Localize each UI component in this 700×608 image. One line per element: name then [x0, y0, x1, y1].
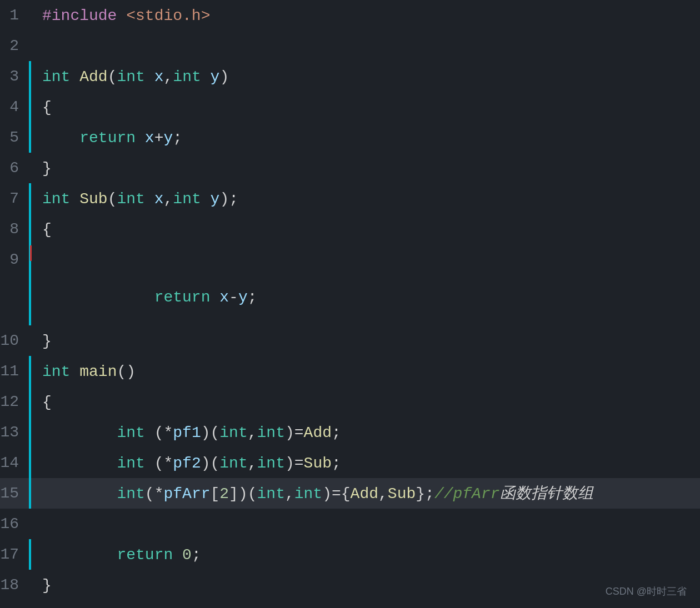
line-content-4: {	[31, 92, 700, 122]
code-line-2: 2	[0, 31, 700, 61]
watermark: CSDN @时时三省	[606, 585, 687, 598]
line-number-7: 7	[0, 183, 29, 214]
code-container: 1 #include <stdio.h> 2 3 int Add(int x,i…	[0, 0, 700, 608]
line-content-6: }	[31, 153, 700, 183]
line-content-5: return x+y;	[31, 122, 700, 153]
code-line-7: 7 int Sub(int x,int y);	[0, 183, 700, 214]
line-number-17: 17	[0, 539, 29, 570]
code-line-3: 3 int Add(int x,int y)	[0, 61, 700, 92]
line-number-10: 10	[0, 325, 29, 356]
line-number-13: 13	[0, 417, 29, 448]
line-content-10: }	[31, 325, 700, 356]
code-line-5: 5 return x+y;	[0, 122, 700, 153]
line-content-11: int main()	[31, 356, 700, 386]
line-number-14: 14	[0, 448, 29, 478]
code-line-9: 9 return x-y;	[0, 244, 700, 325]
line-content-17: return 0;	[31, 539, 700, 570]
line-content-12: {	[31, 386, 700, 417]
line-number-1: 1	[0, 0, 29, 31]
line-number-3: 3	[0, 61, 29, 92]
code-editor: 1 #include <stdio.h> 2 3 int Add(int x,i…	[0, 0, 700, 608]
line-content-9: return x-y;	[31, 244, 700, 325]
line-content-15: int(*pfArr[2])(int,int)={Add,Sub};//pfAr…	[31, 478, 700, 509]
code-line-4: 4 {	[0, 92, 700, 122]
line-number-4: 4	[0, 92, 29, 122]
line-number-16: 16	[0, 509, 29, 539]
code-line-18: 18 }	[0, 570, 700, 600]
line-content-13: int (*pf1)(int,int)=Add;	[31, 417, 700, 448]
code-line-12: 12 {	[0, 386, 700, 417]
code-line-15: 15 int(*pfArr[2])(int,int)={Add,Sub};//p…	[0, 478, 700, 509]
line-content-16	[31, 509, 700, 539]
code-line-13: 13 int (*pf1)(int,int)=Add;	[0, 417, 700, 448]
code-line-16: 16	[0, 509, 700, 539]
line-number-12: 12	[0, 386, 29, 417]
line-content-1: #include <stdio.h>	[31, 0, 700, 31]
code-line-10: 10 }	[0, 325, 700, 356]
line-number-5: 5	[0, 122, 29, 153]
line-content-7: int Sub(int x,int y);	[31, 183, 700, 214]
code-line-14: 14 int (*pf2)(int,int)=Sub;	[0, 448, 700, 478]
code-line-17: 17 return 0;	[0, 539, 700, 570]
line-number-6: 6	[0, 153, 29, 183]
line-number-8: 8	[0, 214, 29, 244]
line-content-3: int Add(int x,int y)	[31, 61, 700, 92]
line-number-9: 9	[0, 244, 29, 325]
line-number-11: 11	[0, 356, 29, 386]
line-number-18: 18	[0, 570, 29, 600]
line-content-18: }	[31, 570, 700, 600]
line-content-14: int (*pf2)(int,int)=Sub;	[31, 448, 700, 478]
line-content-8: {	[31, 214, 700, 244]
code-line-6: 6 }	[0, 153, 700, 183]
line-number-2: 2	[0, 31, 29, 61]
code-line-8: 8 {	[0, 214, 700, 244]
code-line-1: 1 #include <stdio.h>	[0, 0, 700, 31]
line-number-15: 15	[0, 478, 29, 509]
line-content-2	[31, 31, 700, 61]
code-line-11: 11 int main()	[0, 356, 700, 386]
